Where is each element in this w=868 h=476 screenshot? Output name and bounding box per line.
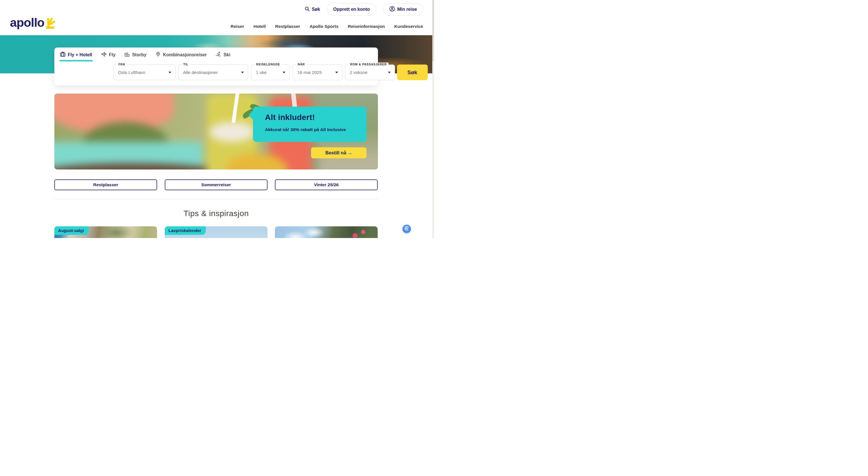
rooms-passengers-select[interactable]: ROM & PASSASJERER 2 voksne	[345, 65, 395, 80]
tab-label: Storby	[132, 52, 147, 58]
chevron-down-icon	[388, 72, 391, 73]
ski-icon	[215, 52, 221, 58]
section-divider	[54, 199, 378, 199]
card-badge: Lavpriskalender	[165, 226, 206, 235]
chat-widget-button[interactable]	[402, 225, 411, 233]
inspiration-card-coast[interactable]	[275, 226, 378, 238]
search-tabs: Fly + Hotell Fly	[60, 52, 230, 59]
my-trip-label: Min reise	[397, 7, 417, 12]
quick-link-vinter[interactable]: Vinter 25/26	[275, 179, 378, 190]
plane-icon	[101, 52, 107, 58]
nav-item-kundeservice[interactable]: Kundeservice	[394, 24, 423, 29]
offer-callout: Alt inkludert! Akkurat nå! 30% rabatt på…	[253, 107, 367, 142]
active-tab-underline	[60, 60, 93, 61]
book-now-button[interactable]: Bestill nå →	[311, 147, 367, 158]
card-badge: August-salg!	[54, 226, 89, 235]
scrollbar-thumb[interactable]	[432, 0, 434, 61]
date-value: 16 mai 2025	[298, 70, 321, 75]
destination-label: TIL	[182, 63, 190, 66]
chevron-down-icon	[241, 72, 244, 73]
search-icon	[305, 6, 310, 12]
search-fields-row: FRA Oslo Lufthavn TIL Alle destinasjoner…	[54, 65, 378, 80]
apollo-homepage: apollo	[0, 0, 434, 238]
beach-umbrella-graphic	[178, 237, 217, 238]
trip-length-label: REISELENGDE	[254, 63, 282, 66]
map-pin-icon	[155, 52, 161, 58]
tab-label: Kombinasjonsreiser	[163, 52, 207, 58]
trip-length-select[interactable]: REISELENGDE 1 uke	[251, 65, 290, 80]
header-utility-row: Søk Opprett en konto Min reise	[305, 3, 423, 15]
header-search-link[interactable]: Søk	[305, 6, 320, 12]
tab-ski[interactable]: Ski	[215, 52, 230, 59]
tab-label: Fly	[109, 52, 116, 58]
chevron-down-icon	[168, 72, 171, 73]
trip-search-widget: Fly + Hotell Fly	[54, 47, 378, 85]
search-label: Søk	[312, 7, 320, 12]
tab-storby[interactable]: Storby	[124, 52, 147, 59]
tab-label: Ski	[223, 52, 230, 58]
tab-kombinasjonsreiser[interactable]: Kombinasjonsreiser	[155, 52, 207, 59]
my-trip-button[interactable]: Min reise	[383, 3, 423, 15]
create-account-button[interactable]: Opprett en konto	[327, 3, 376, 15]
inspiration-card-lavpriskalender[interactable]: Lavpriskalender	[165, 226, 268, 238]
destination-value: Alle destinasjoner	[183, 70, 218, 75]
destination-select[interactable]: TIL Alle destinasjoner	[178, 65, 248, 80]
chevron-down-icon	[283, 72, 285, 73]
inspiration-section-title: Tips & inspirasjon	[54, 209, 378, 218]
offer-subtitle: Akkurat nå! 30% rabatt på All Inclusive	[265, 127, 346, 132]
apollo-logo[interactable]: apollo	[10, 16, 56, 30]
site-header: apollo	[0, 0, 434, 35]
chevron-down-icon	[335, 72, 338, 73]
nav-item-restplasser[interactable]: Restplasser	[275, 24, 300, 29]
nav-item-reiseinformasjon[interactable]: Reiseinformasjon	[348, 24, 385, 29]
suitcase-icon	[60, 52, 65, 58]
search-submit-button[interactable]: Søk	[397, 65, 428, 80]
tab-label: Fly + Hotell	[68, 52, 92, 58]
rooms-passengers-value: 2 voksne	[350, 70, 367, 75]
hero-promo-banner[interactable]: Alt inkludert! Akkurat nå! 30% rabatt på…	[54, 94, 378, 169]
inspiration-card-august-salg[interactable]: August-salg!	[54, 226, 157, 238]
nav-item-reiser[interactable]: Reiser	[230, 24, 244, 29]
offer-title: Alt inkludert!	[265, 113, 315, 122]
from-select[interactable]: FRA Oslo Lufthavn	[113, 65, 176, 80]
trip-length-value: 1 uke	[256, 70, 267, 75]
scrollbar[interactable]	[432, 0, 434, 238]
quick-link-sommerreiser[interactable]: Sommerreiser	[165, 179, 268, 190]
date-select[interactable]: NÅR 16 mai 2025	[292, 65, 342, 80]
user-circle-icon	[389, 6, 395, 13]
tab-fly-hotell[interactable]: Fly + Hotell	[60, 52, 92, 59]
from-value: Oslo Lufthavn	[118, 70, 146, 75]
rooms-passengers-label: ROM & PASSASJERER	[348, 63, 389, 66]
city-icon	[124, 52, 130, 58]
sun-rays-icon	[45, 17, 56, 30]
nav-item-hotell[interactable]: Hotell	[254, 24, 266, 29]
main-nav: Reiser Hotell Restplasser Apollo Sports …	[230, 24, 423, 29]
create-account-label: Opprett en konto	[333, 7, 370, 12]
logo-wordmark: apollo	[10, 16, 44, 29]
date-label: NÅR	[296, 63, 307, 66]
nav-item-apollo-sports[interactable]: Apollo Sports	[310, 24, 339, 29]
from-label: FRA	[117, 63, 127, 66]
quick-link-restplasser[interactable]: Restplasser	[54, 179, 157, 190]
tab-fly[interactable]: Fly	[101, 52, 116, 59]
chat-spiral-icon	[404, 225, 410, 233]
